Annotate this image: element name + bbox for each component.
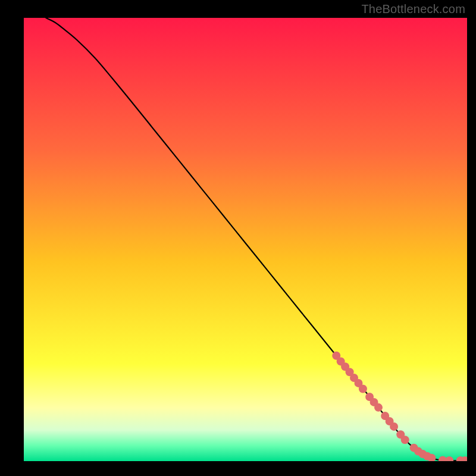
data-point <box>359 385 367 393</box>
data-point <box>374 403 383 412</box>
chart-frame: TheBottleneck.com <box>0 0 476 476</box>
data-point <box>401 436 409 444</box>
data-point <box>390 422 398 431</box>
watermark-text: TheBottleneck.com <box>361 2 465 16</box>
bottleneck-chart <box>24 18 467 461</box>
gradient-background <box>24 18 467 461</box>
plot-area <box>24 18 467 461</box>
